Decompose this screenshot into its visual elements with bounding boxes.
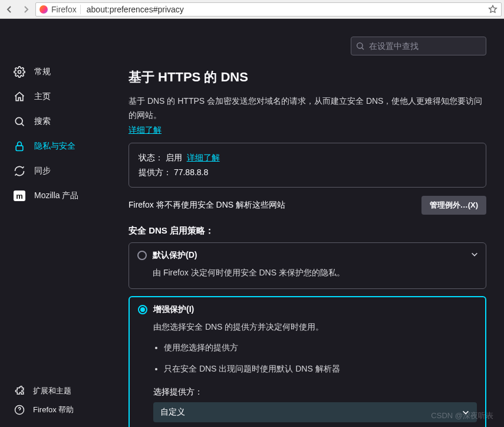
- provider-selected-option: 自定义: [160, 407, 185, 418]
- home-icon: [13, 91, 26, 103]
- dns-status-box: 状态： 启用 详细了解 提供方： 77.88.8.8: [129, 143, 486, 188]
- chevron-down-icon: [470, 250, 479, 258]
- bookmark-star-icon[interactable]: [488, 5, 498, 14]
- sidebar-item-label: 搜索: [34, 116, 51, 127]
- sidebar-item-sync[interactable]: 同步: [11, 159, 124, 183]
- sync-icon: [13, 165, 26, 177]
- policy-enhanced-desc: 由您选择安全 DNS 的提供方并决定何时使用。: [153, 320, 477, 334]
- mozilla-icon: m: [13, 190, 26, 201]
- watermark: CSDN @深夜听表: [431, 410, 493, 421]
- policy-default-title: 默认保护(D): [153, 250, 197, 261]
- policy-default-desc: 由 Firefox 决定何时使用安全 DNS 来保护您的隐私。: [153, 265, 477, 280]
- gear-icon: [13, 66, 26, 78]
- policy-enhanced-title: 增强保护(I): [153, 304, 194, 315]
- sidebar-item-label: 常规: [34, 67, 51, 77]
- settings-content: 基于 HTTPS 的 DNS 基于 DNS 的 HTTPS 会加密发送您对域名的…: [124, 19, 504, 427]
- exception-note: Firefox 将不再使用安全 DNS 解析这些网站: [129, 200, 285, 211]
- firefox-icon: [39, 5, 48, 14]
- forward-button[interactable]: [19, 2, 33, 17]
- lock-icon: [13, 140, 26, 152]
- svg-point-4: [357, 43, 363, 48]
- sidebar-item-extensions[interactable]: 扩展和主题: [11, 382, 124, 400]
- browser-toolbar: Firefox about:preferences#privacy: [0, 0, 504, 19]
- provider-value: 77.88.8.8: [174, 167, 208, 177]
- policy-heading: 安全 DNS 启用策略：: [129, 225, 486, 237]
- urlbar-browser-label: Firefox: [51, 5, 81, 14]
- search-icon: [13, 116, 26, 127]
- sidebar-item-home[interactable]: 主页: [11, 85, 124, 109]
- sidebar-item-privacy[interactable]: 隐私与安全: [11, 134, 124, 158]
- settings-sidebar: 常规 主页 搜索 隐私与安全: [0, 19, 124, 427]
- sidebar-item-label: 扩展和主题: [33, 386, 71, 396]
- learn-more-link[interactable]: 详细了解: [129, 125, 162, 134]
- settings-search-wrap: [351, 37, 486, 55]
- back-button[interactable]: [2, 2, 17, 17]
- select-provider-label: 选择提供方：: [153, 387, 477, 398]
- policy-enhanced-bullet: 使用您选择的提供方: [164, 340, 477, 355]
- svg-rect-2: [16, 146, 23, 150]
- policy-default-card[interactable]: 默认保护(D) 由 Firefox 决定何时使用安全 DNS 来保护您的隐私。: [129, 242, 486, 289]
- manage-exceptions-button[interactable]: 管理例外…(X): [421, 196, 486, 215]
- radio-default[interactable]: [137, 251, 147, 260]
- sidebar-item-label: 隐私与安全: [34, 141, 75, 152]
- search-icon: [355, 41, 365, 51]
- sidebar-item-help[interactable]: Firefox 帮助: [11, 401, 124, 419]
- sidebar-item-label: Firefox 帮助: [33, 405, 74, 415]
- settings-search-input[interactable]: [351, 37, 486, 55]
- svg-point-1: [15, 117, 22, 124]
- status-value: 启用: [166, 153, 182, 162]
- policy-enhanced-card[interactable]: 增强保护(I) 由您选择安全 DNS 的提供方并决定何时使用。 使用您选择的提供…: [129, 296, 486, 427]
- radio-enhanced[interactable]: [138, 305, 147, 314]
- provider-select[interactable]: 自定义: [153, 402, 477, 422]
- puzzle-icon: [13, 386, 26, 396]
- status-learn-more-link[interactable]: 详细了解: [187, 153, 220, 162]
- sidebar-item-general[interactable]: 常规: [11, 60, 124, 84]
- sidebar-item-mozilla[interactable]: m Mozilla 产品: [11, 184, 124, 208]
- section-description: 基于 DNS 的 HTTPS 会加密发送您对域名的请求，从而建立安全 DNS，使…: [129, 94, 486, 123]
- url-bar[interactable]: Firefox about:preferences#privacy: [35, 2, 502, 17]
- sidebar-item-label: 同步: [34, 166, 51, 176]
- help-icon: [13, 405, 26, 415]
- urlbar-url: about:preferences#privacy: [87, 5, 485, 14]
- policy-enhanced-bullet: 只在安全 DNS 出现问题时使用默认 DNS 解析器: [164, 362, 477, 376]
- provider-label: 提供方：: [139, 167, 172, 177]
- status-label: 状态：: [139, 153, 163, 162]
- sidebar-item-label: 主页: [34, 91, 51, 102]
- svg-point-0: [18, 71, 21, 74]
- sidebar-item-search[interactable]: 搜索: [11, 110, 124, 133]
- sidebar-item-label: Mozilla 产品: [34, 190, 78, 201]
